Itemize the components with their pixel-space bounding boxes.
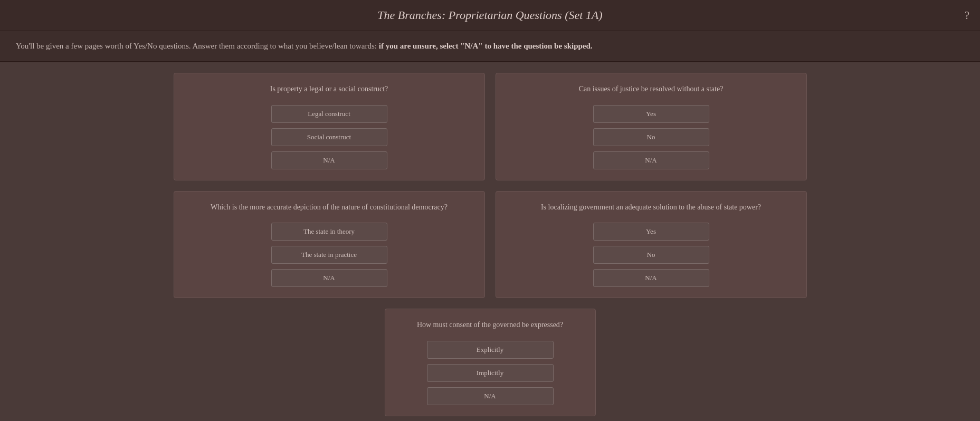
q2-answer-no[interactable]: No bbox=[593, 128, 709, 146]
q3-answer-na[interactable]: N/A bbox=[271, 269, 387, 287]
q2-answer-na[interactable]: N/A bbox=[593, 151, 709, 169]
main-content: Is property a legal or a social construc… bbox=[0, 62, 980, 421]
question-card-2: Can issues of justice be resolved withou… bbox=[496, 73, 807, 180]
question-text-4: Is localizing government an adequate sol… bbox=[541, 202, 761, 213]
q5-answer-na[interactable]: N/A bbox=[427, 387, 554, 405]
q1-answer-legal-construct[interactable]: Legal construct bbox=[271, 105, 387, 123]
q4-answer-na[interactable]: N/A bbox=[593, 269, 709, 287]
question-card-1: Is property a legal or a social construc… bbox=[174, 73, 485, 180]
q1-answer-na[interactable]: N/A bbox=[271, 151, 387, 169]
question-text-1: Is property a legal or a social construc… bbox=[270, 84, 388, 94]
question-text-3: Which is the more accurate depiction of … bbox=[211, 202, 448, 213]
q3-answer-practice[interactable]: The state in practice bbox=[271, 246, 387, 264]
help-button[interactable]: ? bbox=[965, 9, 969, 22]
question-card-4: Is localizing government an adequate sol… bbox=[496, 191, 807, 299]
instructions-text: You'll be given a few pages worth of Yes… bbox=[16, 42, 593, 50]
q1-answer-social-construct[interactable]: Social construct bbox=[271, 128, 387, 146]
questions-grid-top: Is property a legal or a social construc… bbox=[174, 73, 807, 298]
q5-answer-explicitly[interactable]: Explicitly bbox=[427, 341, 554, 359]
q3-answer-theory[interactable]: The state in theory bbox=[271, 223, 387, 241]
question-text-2: Can issues of justice be resolved withou… bbox=[579, 84, 724, 94]
page-title: The Branches: Proprietarian Questions (S… bbox=[8, 8, 972, 22]
q4-answer-yes[interactable]: Yes bbox=[593, 223, 709, 241]
instructions-banner: You'll be given a few pages worth of Yes… bbox=[0, 31, 980, 62]
question-text-5: How must consent of the governed be expr… bbox=[417, 320, 563, 330]
q4-answer-no[interactable]: No bbox=[593, 246, 709, 264]
page-header: The Branches: Proprietarian Questions (S… bbox=[0, 0, 980, 31]
question-card-3: Which is the more accurate depiction of … bbox=[174, 191, 485, 299]
question-card-5: How must consent of the governed be expr… bbox=[385, 309, 596, 416]
questions-grid-bottom: How must consent of the governed be expr… bbox=[16, 309, 964, 416]
q2-answer-yes[interactable]: Yes bbox=[593, 105, 709, 123]
q5-answer-implicitly[interactable]: Implicitly bbox=[427, 364, 554, 382]
